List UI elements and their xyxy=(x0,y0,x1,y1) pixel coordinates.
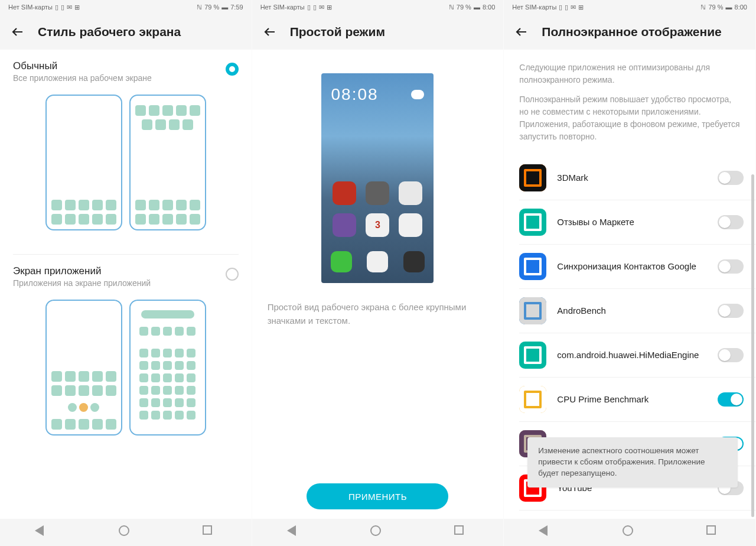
desc-2: Полноэкранный режим повышает удобство пр… xyxy=(519,93,740,143)
phone-mockup xyxy=(45,300,122,436)
back-button[interactable] xyxy=(263,25,277,39)
app-name: Отзывы о Маркете xyxy=(557,216,707,228)
status-bar: Нет SIM-карты ▯▯✉⊞ ℕ 79 % ▬ 8:00 xyxy=(504,0,755,14)
phone-icon xyxy=(331,251,352,272)
app-icon xyxy=(519,342,546,369)
toggle-switch[interactable] xyxy=(718,392,744,407)
screen-fullscreen-display: Нет SIM-карты ▯▯✉⊞ ℕ 79 % ▬ 8:00 Полноэк… xyxy=(504,0,756,546)
battery-icon: ▬ xyxy=(221,4,228,11)
gallery-icon xyxy=(399,213,422,237)
simple-desc: Простой вид рабочего экрана с более круп… xyxy=(252,301,504,327)
option-title: Экран приложений xyxy=(13,265,226,277)
nav-recent[interactable] xyxy=(454,525,468,540)
app-icon xyxy=(519,386,546,413)
settings-icon xyxy=(399,181,422,205)
sim-icon-1: ▯ xyxy=(55,4,58,11)
toggle-switch[interactable] xyxy=(718,304,744,318)
battery-pct: 79 % xyxy=(457,4,471,11)
nav-bar xyxy=(0,519,252,546)
battery-pct: 79 % xyxy=(708,4,723,11)
app-name: CPU Prime Benchmark xyxy=(557,394,707,405)
app-icon xyxy=(519,253,546,280)
phone-mockup xyxy=(129,95,206,230)
scrollbar[interactable] xyxy=(751,174,754,517)
grid-icon: ⊞ xyxy=(74,4,80,11)
calculator-icon xyxy=(366,181,389,205)
status-left: Нет SIM-карты ▯ ▯ ✉ ⊞ xyxy=(8,4,80,11)
toast-message: Изменение аспектного соотношения может п… xyxy=(527,437,738,488)
toggle-switch[interactable] xyxy=(718,259,744,274)
nav-home[interactable] xyxy=(370,525,384,540)
sim-status: Нет SIM-карты xyxy=(512,4,556,11)
camera-icon xyxy=(403,251,425,272)
app-icon xyxy=(519,164,546,191)
app-name: 3DMark xyxy=(557,172,707,184)
battery-pct: 79 % xyxy=(204,4,219,11)
header: Стиль рабочего экрана xyxy=(0,14,252,50)
nav-bar xyxy=(252,519,504,546)
weather-icon xyxy=(411,90,424,99)
clock: 7:59 xyxy=(230,4,243,11)
screen-simple-mode: Нет SIM-карты ▯▯✉⊞ ℕ 79 % ▬ 8:00 Простой… xyxy=(252,0,504,546)
flashlight-icon xyxy=(333,181,356,205)
apply-button[interactable]: ПРИМЕНИТЬ xyxy=(307,483,448,509)
sim-status: Нет SIM-карты xyxy=(260,4,305,11)
status-bar: Нет SIM-карты ▯ ▯ ✉ ⊞ ℕ 79 % ▬ 7:59 xyxy=(0,0,252,14)
sim-status: Нет SIM-карты xyxy=(8,4,53,11)
clock: 8:00 xyxy=(483,4,495,11)
app-icon xyxy=(519,209,546,236)
sim-icon-2: ▯ xyxy=(61,4,64,11)
calendar-icon: 3 xyxy=(366,213,389,237)
option-sub: Приложения на экране приложений xyxy=(13,278,226,288)
app-item: Синхронизация Контактов Google xyxy=(519,245,755,289)
app-item: AndroBench xyxy=(519,289,755,333)
app-item: Отзывы о Маркете xyxy=(519,200,755,245)
phone-mockup xyxy=(129,300,206,436)
desc-1: Следующие приложения не оптимизированы д… xyxy=(519,61,740,86)
app-name: AndroBench xyxy=(557,305,707,317)
nav-home[interactable] xyxy=(119,525,133,540)
option-title: Обычный xyxy=(13,60,226,72)
radio-selected[interactable] xyxy=(226,63,239,76)
status-bar: Нет SIM-карты ▯▯✉⊞ ℕ 79 % ▬ 8:00 xyxy=(252,0,504,14)
status-right: ℕ 79 % ▬ 7:59 xyxy=(197,4,243,11)
back-button[interactable] xyxy=(11,25,25,39)
clock: 8:00 xyxy=(735,4,747,11)
app-item: 3DMark xyxy=(519,156,755,200)
option-drawer[interactable]: Экран приложений Приложения на экране пр… xyxy=(0,255,252,459)
page-title: Стиль рабочего экрана xyxy=(38,25,181,39)
option-sub: Все приложения на рабочем экране xyxy=(13,73,226,83)
screen-home-style: Нет SIM-карты ▯ ▯ ✉ ⊞ ℕ 79 % ▬ 7:59 Стил… xyxy=(0,0,252,546)
back-button[interactable] xyxy=(514,25,529,39)
nav-back[interactable] xyxy=(539,525,553,540)
nav-back[interactable] xyxy=(35,525,49,540)
nav-bar xyxy=(504,519,755,546)
option-standard[interactable]: Обычный Все приложения на рабочем экране xyxy=(0,50,252,254)
app-item: CPU Prime Benchmark xyxy=(519,378,755,422)
toggle-switch[interactable] xyxy=(718,215,744,229)
radio-unselected[interactable] xyxy=(226,268,239,281)
app-name: Синхронизация Контактов Google xyxy=(557,261,707,272)
page-title: Простой режим xyxy=(290,25,385,39)
app-item: com.android.huawei.HiMediaEngine xyxy=(519,333,755,378)
browser-icon xyxy=(333,213,356,237)
nfc-icon: ℕ xyxy=(197,4,202,11)
app-icon xyxy=(519,297,546,324)
header: Простой режим xyxy=(252,14,504,50)
nav-recent[interactable] xyxy=(203,525,217,540)
page-title: Полноэкранное отображение xyxy=(542,25,721,39)
app-name: com.android.huawei.HiMediaEngine xyxy=(557,349,707,361)
nav-back[interactable] xyxy=(287,525,301,540)
toggle-switch[interactable] xyxy=(718,348,744,362)
messages-icon xyxy=(367,251,388,272)
header: Полноэкранное отображение xyxy=(504,14,755,50)
preview-clock: 08:08 xyxy=(331,85,378,104)
home-preview: 08:08 3 xyxy=(321,73,434,283)
nav-recent[interactable] xyxy=(706,525,721,540)
nav-home[interactable] xyxy=(623,525,637,540)
mail-icon: ✉ xyxy=(67,4,72,11)
phone-mockup xyxy=(45,95,122,230)
toggle-switch[interactable] xyxy=(718,171,744,185)
